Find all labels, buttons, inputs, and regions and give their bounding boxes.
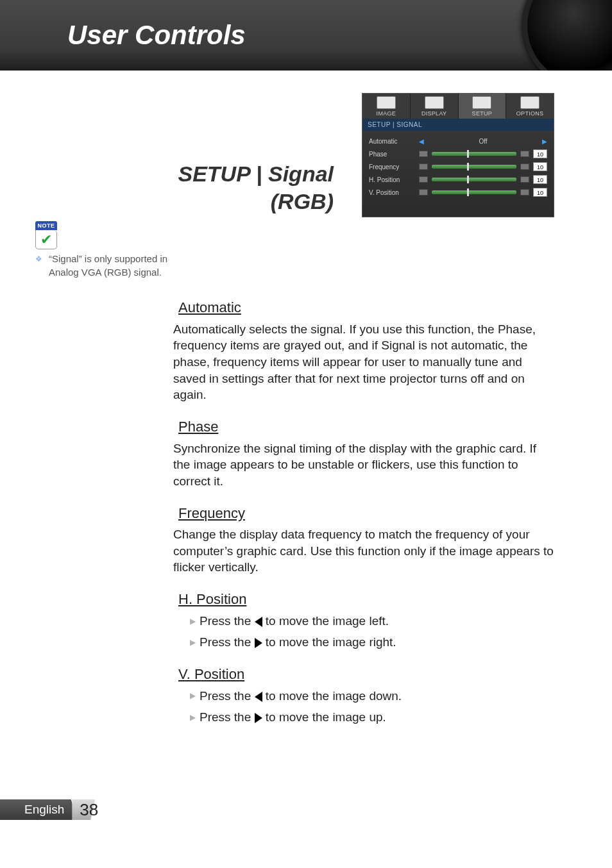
osd-breadcrumb: SETUP | SIGNAL (362, 119, 554, 131)
triangle-bullet-icon: ▶ (190, 637, 196, 647)
hpos-icon (520, 176, 529, 183)
content-body: Automatic Automatically selects the sign… (173, 298, 554, 726)
osd-tab-options[interactable]: OPTIONS (506, 94, 554, 119)
note-badge-label: NOTE (35, 221, 57, 230)
osd-row-vposition[interactable]: V. Position 10 (369, 186, 547, 199)
left-arrow-icon (255, 692, 262, 702)
osd-label: Phase (369, 151, 419, 158)
slider[interactable] (432, 178, 516, 181)
osd-tab-setup[interactable]: SETUP (459, 94, 507, 119)
osd-row-hposition[interactable]: H. Position 10 (369, 173, 547, 186)
osd-tab-label: DISPLAY (421, 110, 446, 117)
left-arrow-icon (255, 617, 262, 627)
display-icon (425, 96, 444, 109)
osd-row-automatic[interactable]: Automatic ◀ Off ▶ (369, 135, 547, 147)
list-item: ▶ Press the to move the image down. (190, 688, 554, 705)
osd-value: 10 (533, 188, 547, 197)
image-icon (377, 96, 396, 109)
slider[interactable] (432, 165, 516, 169)
page-chapter-title: User Controls (67, 20, 246, 51)
header-band: User Controls (0, 0, 612, 71)
triangle-bullet-icon: ▶ (190, 712, 196, 722)
frequency-icon (419, 163, 428, 170)
right-arrow-icon (255, 713, 262, 723)
options-icon (520, 96, 540, 109)
frequency-icon (520, 163, 529, 170)
para-automatic: Automatically selects the signal. If you… (173, 321, 554, 403)
osd-tab-label: OPTIONS (516, 110, 544, 117)
diamond-bullet-icon: ❖ (35, 252, 42, 279)
section-title: SETUP | Signal (RGB) (96, 160, 334, 215)
subhead-phase: Phase (168, 417, 554, 437)
osd-tab-label: SETUP (472, 110, 493, 117)
osd-tab-label: IMAGE (377, 110, 396, 117)
osd-row-phase[interactable]: Phase 10 (369, 147, 547, 160)
list-item: ▶ Press the to move the image right. (190, 634, 554, 651)
osd-label: V. Position (369, 189, 419, 196)
subhead-automatic: Automatic (168, 298, 554, 317)
list-text: Press the to move the image down. (200, 688, 402, 705)
para-frequency: Change the display data frequency to mat… (173, 526, 554, 576)
hpos-icon (419, 176, 428, 183)
note-badge: NOTE ✔ (35, 221, 57, 249)
osd-tabs: IMAGE DISPLAY SETUP OPTIONS (362, 94, 554, 119)
section-title-line2: (RGB) (271, 189, 334, 213)
osd-row-frequency[interactable]: Frequency 10 (369, 160, 547, 173)
triangle-bullet-icon: ▶ (190, 690, 196, 701)
hposition-list: ▶ Press the to move the image left. ▶ Pr… (190, 613, 554, 651)
list-text: Press the to move the image right. (200, 634, 396, 651)
language-tab: English (0, 799, 77, 820)
list-text: Press the to move the image left. (200, 613, 389, 630)
vpos-icon (520, 189, 529, 196)
slider[interactable] (432, 152, 516, 156)
osd-value: Off (428, 138, 538, 145)
osd-value: 10 (533, 149, 547, 158)
setup-icon (472, 96, 491, 109)
osd-tab-image[interactable]: IMAGE (362, 94, 411, 119)
osd-body: Automatic ◀ Off ▶ Phase 10 Frequency 10 (362, 131, 554, 217)
phase-icon (419, 151, 428, 157)
right-arrow-icon (255, 638, 262, 648)
note-block: NOTE ✔ ❖ “Signal” is only supported in A… (35, 221, 170, 279)
triangle-bullet-icon: ▶ (190, 616, 196, 626)
osd-label: H. Position (369, 176, 419, 183)
section-title-line1: SETUP | Signal (178, 162, 334, 186)
slider[interactable] (432, 190, 516, 194)
list-text: Press the to move the image up. (200, 709, 386, 726)
phase-icon (520, 151, 529, 157)
para-phase: Synchronize the signal timing of the dis… (173, 440, 554, 490)
osd-label: Frequency (369, 163, 419, 171)
osd-tab-display[interactable]: DISPLAY (411, 94, 459, 119)
footer: English 38 (0, 799, 98, 820)
page-number: 38 (80, 800, 98, 820)
arrow-left-icon[interactable]: ◀ (419, 138, 424, 145)
vpos-icon (419, 189, 428, 196)
subhead-frequency: Frequency (168, 504, 554, 523)
note-text: “Signal” is only supported in Analog VGA… (49, 252, 170, 279)
osd-value: 10 (533, 162, 547, 171)
list-item: ▶ Press the to move the image left. (190, 613, 554, 630)
osd-label: Automatic (369, 138, 419, 145)
checkmark-icon: ✔ (35, 230, 57, 249)
osd-value: 10 (533, 175, 547, 184)
arrow-right-icon[interactable]: ▶ (542, 138, 547, 145)
osd-menu: IMAGE DISPLAY SETUP OPTIONS SETUP | SIGN… (362, 93, 554, 217)
subhead-hposition: H. Position (168, 590, 554, 609)
list-item: ▶ Press the to move the image up. (190, 709, 554, 726)
vposition-list: ▶ Press the to move the image down. ▶ Pr… (190, 688, 554, 726)
subhead-vposition: V. Position (168, 665, 554, 684)
lens-decoration (522, 0, 612, 71)
